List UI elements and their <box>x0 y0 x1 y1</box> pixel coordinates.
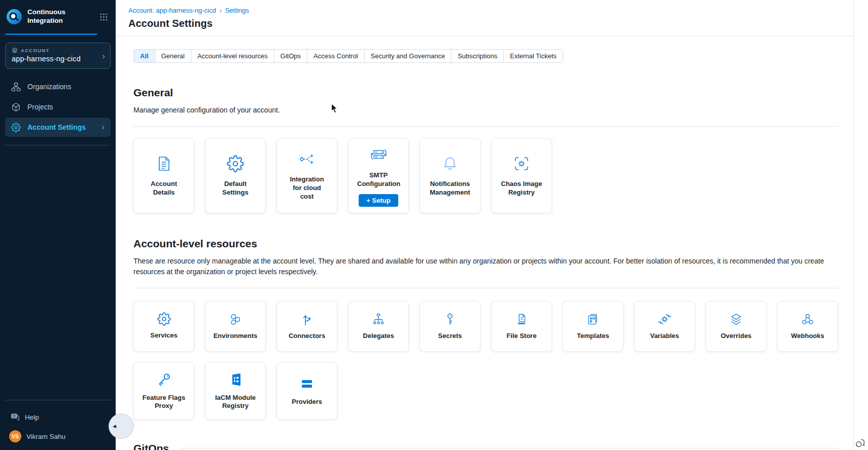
sidebar: Continuous Integration ACCOUNT app-harne… <box>0 0 116 450</box>
gear-icon <box>227 155 244 172</box>
help-button[interactable]: ? Help <box>10 413 116 422</box>
card-secrets[interactable]: Secrets <box>420 301 480 352</box>
card-default-settings[interactable]: Default Settings <box>205 138 266 213</box>
account-selector-value: app-harness-ng-cicd <box>12 55 105 63</box>
chat-support-icon[interactable] <box>855 437 866 448</box>
section-divider <box>180 448 839 448</box>
card-smtp-configuration[interactable]: SMTP Configuration + Setup <box>348 138 409 213</box>
general-card-row: Account Details Default Settings Integra… <box>133 138 839 213</box>
sidebar-item-projects[interactable]: Projects <box>5 97 111 117</box>
card-providers[interactable]: Providers <box>276 362 337 420</box>
section-title-resources: Account-level resources <box>133 238 839 250</box>
chevron-right-icon: › <box>102 51 105 61</box>
gear-icon <box>11 123 21 132</box>
card-variables[interactable]: Variables <box>634 301 695 352</box>
hexagons-icon <box>228 312 242 326</box>
card-notifications-management[interactable]: Notifications Management <box>420 138 480 213</box>
section-description-general: Manage general configuration of your acc… <box>133 105 839 115</box>
card-label: Chaos Image Registry <box>500 180 543 197</box>
card-label: Providers <box>292 398 322 406</box>
account-selector[interactable]: ACCOUNT app-harness-ng-cicd › <box>5 43 111 69</box>
tab-account-level-resources[interactable]: Account-level resources <box>191 49 274 63</box>
resources-card-row-2: Feature Flags Proxy IaCM Module Registry <box>133 362 839 420</box>
svg-text:?: ? <box>13 414 16 419</box>
account-selector-label: ACCOUNT <box>21 48 50 53</box>
card-label: SMTP Configuration <box>357 171 400 189</box>
section-title-general: General <box>133 87 839 99</box>
smtp-setup-button[interactable]: + Setup <box>359 194 398 207</box>
tab-security-and-governance[interactable]: Security and Governance <box>364 49 452 63</box>
breadcrumb-separator: › <box>220 7 222 14</box>
chaos-registry-icon <box>513 155 530 172</box>
header-accent-rule <box>5 33 97 35</box>
breadcrumb-settings-link[interactable]: Settings <box>225 7 249 14</box>
cube-icon <box>11 102 21 112</box>
card-label: Connectors <box>289 332 325 341</box>
template-doc-icon <box>586 312 600 326</box>
page-title: Account Settings <box>128 18 853 29</box>
card-environments[interactable]: Environments <box>205 301 266 352</box>
card-label: Services <box>150 331 178 340</box>
org-chart-icon <box>11 82 21 92</box>
user-profile[interactable]: VS Vikram Sahu <box>9 430 116 442</box>
card-connectors[interactable]: Connectors <box>276 301 337 352</box>
collapse-left-icon: ◀ <box>113 424 116 429</box>
breadcrumb-account-link[interactable]: Account: app-harness-ng-cicd <box>128 7 216 14</box>
card-label: Variables <box>650 332 679 341</box>
card-file-store[interactable]: File Store <box>491 301 552 352</box>
card-templates[interactable]: Templates <box>563 301 623 352</box>
tab-general[interactable]: General <box>155 49 191 63</box>
card-delegates[interactable]: Delegates <box>348 301 409 352</box>
resources-card-row-1: Services Environments Connectors <box>133 301 839 352</box>
breadcrumb: Account: app-harness-ng-cicd › Settings <box>128 7 853 14</box>
smtp-server-icon <box>369 145 388 164</box>
card-label: Notifications Management <box>429 180 471 197</box>
section-divider <box>133 126 839 127</box>
harness-ci-logo-icon <box>6 9 22 25</box>
help-label: Help <box>25 414 39 421</box>
settings-content: All General Account-level resources GitO… <box>116 49 853 450</box>
sidebar-item-label: Account Settings <box>27 123 86 131</box>
card-label: Feature Flags Proxy <box>138 394 189 411</box>
account-stack-icon <box>12 47 18 53</box>
bell-icon <box>441 155 459 172</box>
card-label: Templates <box>577 332 609 341</box>
card-label: Secrets <box>438 332 462 341</box>
tab-subscriptions[interactable]: Subscriptions <box>451 49 504 63</box>
sidebar-collapse-handle[interactable]: ◀ <box>109 414 134 439</box>
sidebar-item-label: Organizations <box>27 83 71 91</box>
file-pedestal-icon <box>514 312 529 326</box>
avatar: VS <box>9 430 21 442</box>
tab-external-tickets[interactable]: External Tickets <box>503 49 563 63</box>
section-title-gitops: GitOps <box>133 442 169 450</box>
chevron-right-icon: › <box>102 123 105 132</box>
sidebar-item-organizations[interactable]: Organizations <box>5 77 111 96</box>
sidebar-item-account-settings[interactable]: Account Settings › <box>5 118 111 137</box>
document-icon <box>155 155 172 172</box>
tab-access-control[interactable]: Access Control <box>307 49 364 63</box>
fork-arrows-icon <box>300 312 314 326</box>
page-header: Account: app-harness-ng-cicd › Settings … <box>116 0 853 36</box>
settings-tab-bar: All General Account-level resources GitO… <box>133 49 839 63</box>
module-grid-icon[interactable] <box>100 13 108 21</box>
sidebar-item-label: Projects <box>27 103 53 111</box>
card-label: Integration for cloud cost <box>286 175 328 201</box>
card-overrides[interactable]: Overrides <box>706 301 767 352</box>
card-iacm-module-registry[interactable]: IaCM Module Registry <box>205 362 266 420</box>
card-chaos-image-registry[interactable]: Chaos Image Registry <box>491 138 552 213</box>
tab-all[interactable]: All <box>133 49 155 63</box>
card-label: Overrides <box>721 332 752 341</box>
card-feature-flags-proxy[interactable]: Feature Flags Proxy <box>133 362 194 420</box>
card-webhooks[interactable]: Webhooks <box>777 301 838 352</box>
help-chat-icon: ? <box>10 413 20 422</box>
tab-gitops[interactable]: GitOps <box>274 49 307 63</box>
user-name: Vikram Sahu <box>26 433 65 440</box>
card-integration-cloud-cost[interactable]: Integration for cloud cost <box>276 138 337 213</box>
sidebar-header: Continuous Integration <box>0 0 116 33</box>
card-account-details[interactable]: Account Details <box>133 138 194 213</box>
main-content: Account: app-harness-ng-cicd › Settings … <box>116 0 853 450</box>
card-label: Default Settings <box>214 180 257 197</box>
card-services[interactable]: Services <box>133 301 194 352</box>
card-label: Delegates <box>363 332 394 341</box>
equals-bars-icon <box>299 376 315 392</box>
